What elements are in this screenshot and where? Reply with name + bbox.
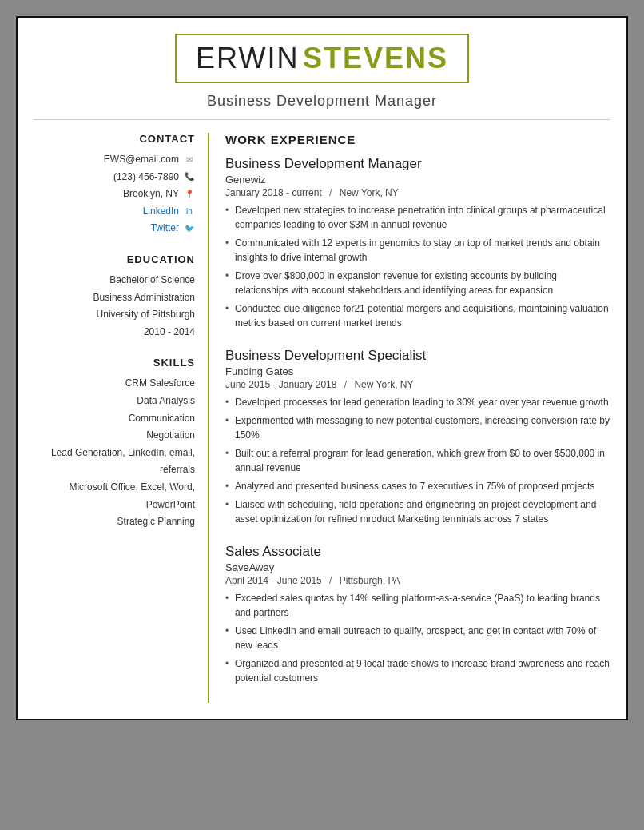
bullet-list: Exceeded sales quotas by 14% selling pla… [225, 591, 610, 685]
bullet-item: Exceeded sales quotas by 14% selling pla… [225, 591, 610, 620]
contact-title: CONTACT [34, 133, 195, 145]
job-period: June 2015 - January 2018 [225, 379, 336, 390]
main-content: WORK EXPERIENCE Business Development Man… [209, 133, 610, 703]
job-meta: April 2014 - June 2015 / Pittsburgh, PA [225, 575, 610, 586]
linkedin-icon: in [184, 206, 195, 217]
job-block: Sales AssociateSaveAwayApril 2014 - June… [225, 544, 610, 685]
job-period: April 2014 - June 2015 [225, 575, 322, 586]
major: Business Administration [34, 289, 195, 307]
skill-item: Data Analysis [34, 393, 195, 410]
skill-item: Lead Generation, LinkedIn, email, referr… [34, 445, 195, 479]
contact-section: CONTACT EWS@email.com ✉ (123) 456-7890 📞… [34, 133, 195, 237]
location-icon: 📍 [184, 189, 195, 200]
resume-document: ERWIN STEVENS Business Development Manag… [16, 16, 628, 720]
job-company: SaveAway [225, 561, 610, 573]
first-name: ERWIN [196, 42, 299, 74]
linkedin-link[interactable]: LinkedIn [143, 203, 179, 221]
jobs-container: Business Development ManagerGenewizJanua… [225, 156, 610, 685]
bullet-item: Conducted due diligence for21 potential … [225, 301, 610, 330]
phone-text: (123) 456-7890 [113, 169, 179, 186]
bullet-list: Developed new strategies to increase pen… [225, 203, 610, 330]
skills-title: SKILLS [34, 357, 195, 369]
job-company: Genewiz [225, 174, 610, 186]
meta-separator: / [327, 187, 335, 198]
job-role: Sales Associate [225, 544, 610, 560]
university: University of Pittsburgh [34, 306, 195, 324]
location-row: Brooklyn, NY 📍 [34, 186, 195, 203]
skills-list: CRM SalesforceData AnalysisCommunication… [34, 375, 195, 530]
phone-row: (123) 456-7890 📞 [34, 169, 195, 186]
bullet-item: Communicated with 12 experts in genomics… [225, 236, 610, 265]
skill-item: Strategic Planning [34, 513, 195, 531]
bullet-item: Developed processes for lead generation … [225, 395, 610, 409]
education-section: EDUCATION Bachelor of Science Business A… [34, 253, 195, 341]
bullet-item: Analyzed and presented business cases to… [225, 479, 610, 493]
phone-icon: 📞 [184, 171, 195, 182]
skills-section: SKILLS CRM SalesforceData AnalysisCommun… [34, 357, 195, 530]
email-row: EWS@email.com ✉ [34, 151, 195, 169]
body-layout: CONTACT EWS@email.com ✉ (123) 456-7890 📞… [34, 133, 610, 703]
skill-item: Communication [34, 410, 195, 428]
bullet-item: Developed new strategies to increase pen… [225, 203, 610, 232]
job-location: Pittsburgh, PA [340, 575, 400, 586]
twitter-icon: 🐦 [184, 223, 195, 234]
education-title: EDUCATION [34, 253, 195, 265]
linkedin-row[interactable]: LinkedIn in [34, 203, 195, 221]
job-role: Business Development Manager [225, 156, 610, 172]
skill-item: Negotiation [34, 427, 195, 445]
bullet-item: Drove over $800,000 in expansion revenue… [225, 269, 610, 297]
job-location: New York, NY [354, 379, 413, 390]
job-company: Funding Gates [225, 365, 610, 377]
job-title: Business Development Manager [34, 93, 610, 110]
job-meta: January 2018 - current / New York, NY [225, 187, 610, 198]
meta-separator: / [341, 379, 349, 390]
email-icon: ✉ [184, 154, 195, 166]
resume-header: ERWIN STEVENS Business Development Manag… [34, 34, 610, 120]
email-text: EWS@email.com [104, 151, 179, 169]
last-name: STEVENS [303, 42, 448, 74]
bullet-item: Experimented with messaging to new poten… [225, 413, 610, 442]
job-location: New York, NY [340, 187, 399, 198]
job-block: Business Development ManagerGenewizJanua… [225, 156, 610, 330]
bullet-item: Liaised with scheduling, field operation… [225, 497, 610, 526]
degree: Bachelor of Science [34, 272, 195, 289]
name-box: ERWIN STEVENS [175, 34, 469, 83]
twitter-link[interactable]: Twitter [151, 220, 179, 237]
location-text: Brooklyn, NY [123, 186, 179, 203]
bullet-item: Built out a referral program for lead ge… [225, 446, 610, 475]
sidebar: CONTACT EWS@email.com ✉ (123) 456-7890 📞… [34, 133, 209, 703]
bullet-item: Used LinkedIn and email outreach to qual… [225, 624, 610, 652]
bullet-list: Developed processes for lead generation … [225, 395, 610, 526]
skill-item: CRM Salesforce [34, 375, 195, 393]
edu-years: 2010 - 2014 [34, 324, 195, 341]
job-period: January 2018 - current [225, 187, 322, 198]
meta-separator: / [327, 575, 335, 586]
twitter-row[interactable]: Twitter 🐦 [34, 220, 195, 237]
job-block: Business Development SpecialistFunding G… [225, 348, 610, 526]
bullet-item: Organized and presented at 9 local trade… [225, 656, 610, 685]
work-experience-title: WORK EXPERIENCE [225, 133, 610, 146]
job-role: Business Development Specialist [225, 348, 610, 364]
job-meta: June 2015 - January 2018 / New York, NY [225, 379, 610, 390]
skill-item: Microsoft Office, Excel, Word, PowerPoin… [34, 479, 195, 513]
